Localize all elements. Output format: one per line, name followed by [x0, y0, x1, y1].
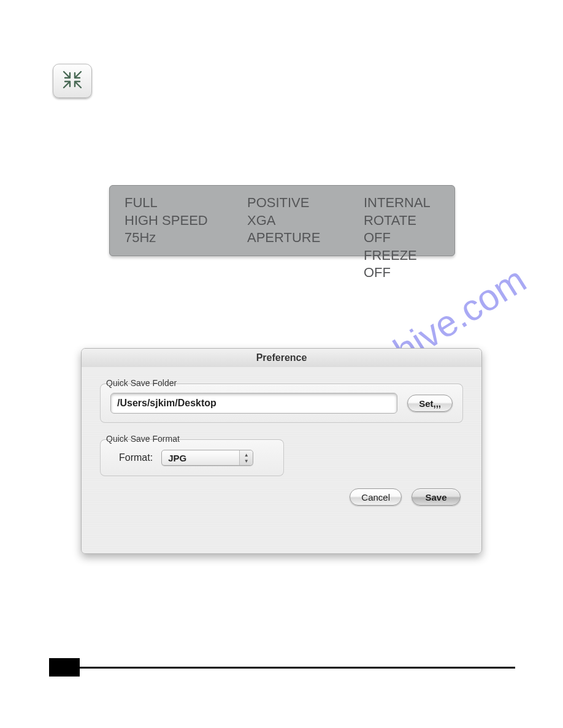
- format-popup[interactable]: JPG ▲▼: [161, 450, 253, 466]
- preference-dialog: Preference Quick Save Folder /Users/sjki…: [81, 348, 482, 554]
- lcd-value: FREEZE OFF: [364, 247, 442, 282]
- page-number-box: [49, 658, 80, 677]
- dialog-body: Quick Save Folder /Users/sjkim/Desktop S…: [82, 367, 481, 514]
- format-popup-value: JPG: [168, 453, 186, 463]
- footer-separator: [80, 667, 515, 669]
- format-label: Format:: [119, 452, 153, 463]
- quick-save-format-group: Quick Save Format Format: JPG ▲▼: [100, 434, 463, 476]
- lcd-value: 75Hz: [124, 229, 247, 247]
- lcd-value: POSITIVE: [247, 194, 364, 212]
- collapse-button[interactable]: [53, 64, 92, 98]
- dialog-title: Preference: [82, 349, 481, 367]
- lcd-value: APERTURE: [247, 229, 364, 247]
- lcd-value: INTERNAL: [364, 194, 442, 212]
- group-label: Quick Save Folder: [106, 378, 463, 388]
- group-label: Quick Save Format: [106, 434, 463, 444]
- save-button[interactable]: Save: [412, 488, 461, 506]
- collapse-icon: [61, 69, 83, 93]
- group-box: /Users/sjkim/Desktop Set,,,: [100, 384, 463, 423]
- lcd-value: HIGH SPEED: [124, 212, 247, 230]
- dialog-actions: Cancel Save: [100, 488, 463, 506]
- status-lcd-panel: FULL HIGH SPEED 75Hz POSITIVE XGA APERTU…: [109, 185, 455, 256]
- cancel-button[interactable]: Cancel: [350, 488, 402, 506]
- lcd-value: XGA: [247, 212, 364, 230]
- lcd-column: INTERNAL ROTATE OFF FREEZE OFF: [364, 194, 442, 249]
- chevron-updown-icon: ▲▼: [239, 450, 253, 465]
- quick-save-folder-field[interactable]: /Users/sjkim/Desktop: [110, 393, 397, 414]
- lcd-value: ROTATE OFF: [364, 212, 442, 247]
- lcd-value: FULL: [124, 194, 247, 212]
- group-box: Format: JPG ▲▼: [100, 439, 284, 476]
- quick-save-folder-group: Quick Save Folder /Users/sjkim/Desktop S…: [100, 378, 463, 423]
- set-folder-button[interactable]: Set,,,: [407, 395, 453, 412]
- lcd-column: FULL HIGH SPEED 75Hz: [124, 194, 247, 249]
- lcd-column: POSITIVE XGA APERTURE: [247, 194, 364, 249]
